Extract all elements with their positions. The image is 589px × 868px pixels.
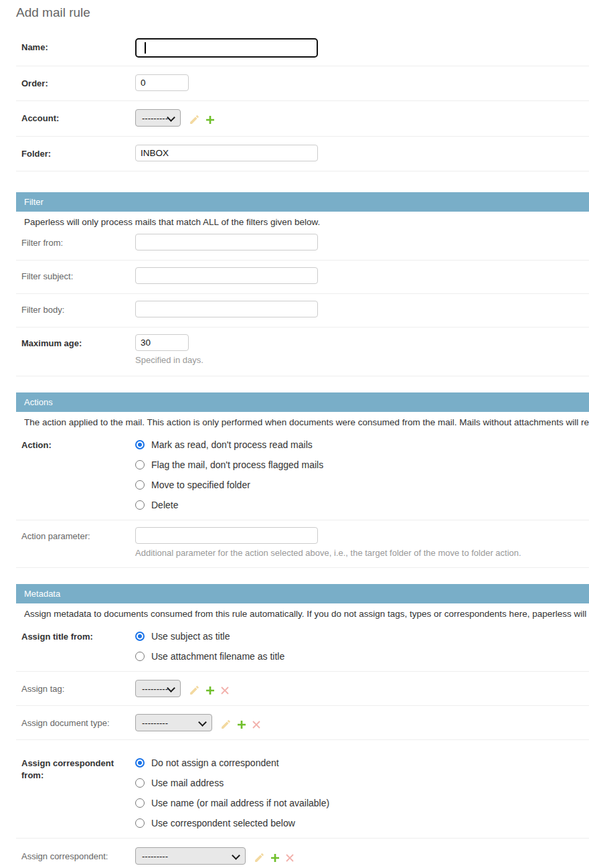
assign-correspondent-row: Assign correspondent: --------- xyxy=(16,839,589,868)
filter-subject-label: Filter subject: xyxy=(21,267,135,283)
assign-title-from-radio-group: Use subject as title Use attachment file… xyxy=(135,631,284,671)
radio-selected-icon[interactable] xyxy=(135,440,145,449)
chevron-down-icon xyxy=(167,684,175,693)
maximum-age-label: Maximum age: xyxy=(21,334,135,350)
action-parameter-help: Additional parameter for the action sele… xyxy=(135,548,521,558)
assign-correspondent-from-radio-group: Do not assign a correspondent Use mail a… xyxy=(135,757,329,838)
edit-icon[interactable] xyxy=(189,114,200,125)
maximum-age-input[interactable]: 30 xyxy=(135,334,189,351)
radio-selected-icon[interactable] xyxy=(135,758,145,768)
radio-selected-icon[interactable] xyxy=(135,632,145,641)
order-label: Order: xyxy=(21,74,135,90)
add-icon[interactable] xyxy=(205,685,216,696)
assign-tag-row: Assign tag: --------- xyxy=(16,672,589,706)
radio-icon[interactable] xyxy=(135,652,145,661)
actions-section: Actions The action applied to the mail. … xyxy=(16,392,589,568)
section-header-actions: Actions xyxy=(16,392,589,412)
text-caret xyxy=(145,42,146,54)
assign-document-type-row: Assign document type: --------- xyxy=(16,706,589,740)
name-label: Name: xyxy=(21,38,135,54)
radio-option-move-folder[interactable]: Move to specified folder xyxy=(135,480,323,490)
delete-icon[interactable] xyxy=(252,720,261,729)
action-parameter-input[interactable] xyxy=(135,527,318,544)
general-fieldset: Name: Order: 0 Account: --------- xyxy=(16,31,589,171)
chevron-down-icon xyxy=(198,718,207,727)
assign-document-type-select[interactable]: --------- xyxy=(135,714,212,731)
radio-option-flag-mail[interactable]: Flag the mail, don't process flagged mai… xyxy=(135,459,323,470)
metadata-section: Metadata Assign metadata to documents co… xyxy=(16,584,589,868)
radio-option-use-subject[interactable]: Use subject as title xyxy=(135,631,284,642)
radio-option-use-selected-below[interactable]: Use correspondent selected below xyxy=(135,818,329,828)
account-row: Account: --------- xyxy=(16,101,589,137)
radio-option-mark-as-read[interactable]: Mark as read, don't process read mails xyxy=(135,439,323,450)
filter-from-row: Filter from: xyxy=(16,228,589,261)
maximum-age-row: Maximum age: 30 Specified in days. xyxy=(16,328,589,376)
action-parameter-row: Action parameter: Additional parameter f… xyxy=(16,520,589,568)
radio-option-use-mail-address[interactable]: Use mail address xyxy=(135,778,329,788)
filter-from-label: Filter from: xyxy=(21,234,135,249)
edit-icon[interactable] xyxy=(220,719,232,730)
radio-option-use-attachment-filename[interactable]: Use attachment filename as title xyxy=(135,651,284,662)
filter-subject-row: Filter subject: xyxy=(16,261,589,294)
section-header-metadata: Metadata xyxy=(16,584,589,603)
radio-icon[interactable] xyxy=(135,460,145,469)
account-select[interactable]: --------- xyxy=(135,109,181,127)
action-radio-group: Mark as read, don't process read mails F… xyxy=(135,439,323,520)
assign-document-type-label: Assign document type: xyxy=(21,714,135,729)
assign-tag-select[interactable]: --------- xyxy=(135,680,181,697)
filter-section: Filter Paperless will only process mails… xyxy=(16,192,589,376)
add-icon[interactable] xyxy=(205,115,216,125)
assign-title-from-row: Assign title from: Use subject as title … xyxy=(16,620,589,672)
assign-correspondent-from-label: Assign correspondent from: xyxy=(21,757,135,782)
metadata-description: Assign metadata to documents consumed fr… xyxy=(24,609,589,619)
filter-description: Paperless will only process mails that m… xyxy=(24,217,589,227)
radio-icon[interactable] xyxy=(135,480,145,490)
name-input[interactable] xyxy=(135,38,318,58)
order-row: Order: 0 xyxy=(16,66,589,101)
radio-icon[interactable] xyxy=(135,500,145,510)
filter-body-label: Filter body: xyxy=(21,301,135,316)
chevron-down-icon xyxy=(167,113,175,122)
assign-correspondent-select[interactable]: --------- xyxy=(135,847,246,865)
assign-tag-label: Assign tag: xyxy=(21,680,135,695)
action-label: Action: xyxy=(21,439,135,451)
action-parameter-label: Action parameter: xyxy=(21,527,135,542)
maximum-age-help: Specified in days. xyxy=(135,355,203,365)
page-title: Add mail rule xyxy=(16,4,589,21)
actions-description: The action applied to the mail. This act… xyxy=(24,417,589,427)
folder-input[interactable]: INBOX xyxy=(135,145,318,161)
radio-option-no-correspondent[interactable]: Do not assign a correspondent xyxy=(135,757,329,768)
chevron-down-icon xyxy=(232,851,240,860)
order-input[interactable]: 0 xyxy=(135,74,189,91)
filter-body-input[interactable] xyxy=(135,301,318,317)
delete-icon[interactable] xyxy=(285,853,294,863)
radio-option-delete[interactable]: Delete xyxy=(135,500,323,510)
assign-correspondent-from-row: Assign correspondent from: Do not assign… xyxy=(16,740,589,839)
assign-title-from-label: Assign title from: xyxy=(21,631,135,643)
action-row: Action: Mark as read, don't process read… xyxy=(16,429,589,520)
add-icon[interactable] xyxy=(236,719,247,730)
section-header-filter: Filter xyxy=(16,192,589,212)
filter-body-row: Filter body: xyxy=(16,294,589,328)
radio-icon[interactable] xyxy=(135,818,145,828)
filter-from-input[interactable] xyxy=(135,234,318,250)
radio-icon[interactable] xyxy=(135,778,145,788)
edit-icon[interactable] xyxy=(254,852,265,863)
radio-option-use-name[interactable]: Use name (or mail address if not availab… xyxy=(135,798,329,808)
filter-subject-input[interactable] xyxy=(135,267,318,284)
edit-icon[interactable] xyxy=(189,684,200,696)
folder-row: Folder: INBOX xyxy=(16,137,589,171)
add-icon[interactable] xyxy=(270,853,280,863)
delete-icon[interactable] xyxy=(220,686,230,695)
account-label: Account: xyxy=(21,109,135,125)
assign-correspondent-label: Assign correspondent: xyxy=(21,847,135,863)
radio-icon[interactable] xyxy=(135,798,145,808)
name-row: Name: xyxy=(16,31,589,66)
folder-label: Folder: xyxy=(21,145,135,160)
